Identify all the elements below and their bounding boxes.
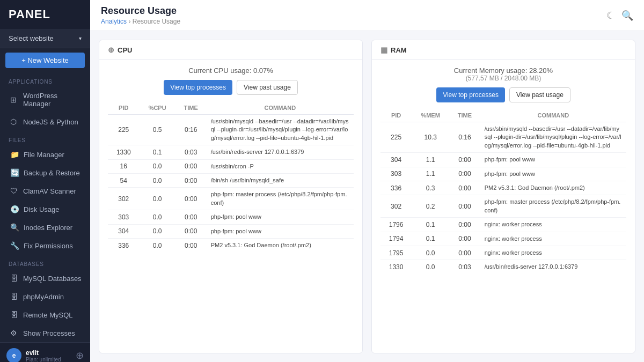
- file-manager-icon: 📁: [10, 150, 19, 159]
- table-row: 303 1.1 0:00 php-fpm: pool www: [380, 167, 626, 181]
- disk-usage-label: Disk Usage: [24, 205, 59, 213]
- clamav-scanner-icon: 🛡: [10, 187, 19, 195]
- cpu-process-table: PID %CPU TIME COMMAND 225 0.5 0:16 /usr/…: [108, 101, 354, 252]
- sidebar-sections: Applications⊞WordPress Manager⬡NodeJS & …: [0, 72, 90, 342]
- chevron-down-icon: ▾: [79, 35, 82, 41]
- select-website-dropdown[interactable]: Select website ▾: [0, 29, 90, 48]
- ram-table-body: 225 10.3 0:16 /usr/sbin/mysqld --basedir…: [380, 122, 626, 274]
- pct-cell: 0.1: [412, 218, 449, 232]
- time-cell: 0:00: [449, 153, 480, 167]
- command-cell: php-fpm: pool www: [207, 224, 354, 238]
- cpu-btn-group: View top processes View past usage: [108, 80, 354, 95]
- command-cell: /usr/sbin/mysqld --basedir=/usr --datadi…: [480, 122, 626, 153]
- command-cell: /usr/bin/redis-server 127.0.0.1:6379: [207, 145, 354, 159]
- cpu-table-header-row: PID %CPU TIME COMMAND: [108, 101, 354, 115]
- sidebar-item-inodes-explorer[interactable]: 🔍Inodes Explorer: [0, 218, 90, 237]
- command-cell: nginx: worker process: [480, 232, 626, 246]
- inodes-explorer-label: Inodes Explorer: [24, 224, 72, 232]
- ram-process-table: PID %MEM TIME COMMAND 225 10.3 0:16 /usr…: [380, 109, 626, 274]
- table-row: 336 0.0 0:00 PM2 v5.3.1: God Daemon (/ro…: [108, 238, 354, 252]
- ram-btn-group: View top processes View past usage: [380, 87, 626, 102]
- wordpress-manager-icon: ⊞: [10, 95, 19, 104]
- ram-col-command: COMMAND: [480, 109, 626, 122]
- table-row: 225 0.5 0:16 /usr/sbin/mysqld --basedir=…: [108, 115, 354, 145]
- table-row: 303 0.0 0:00 php-fpm: pool www: [108, 210, 354, 224]
- sidebar-item-file-manager[interactable]: 📁File Manager: [0, 145, 90, 164]
- cpu-table-body: 225 0.5 0:16 /usr/sbin/mysqld --basedir=…: [108, 115, 354, 253]
- new-website-button[interactable]: + New Website: [5, 53, 85, 68]
- cpu-view-top-button[interactable]: View top processes: [164, 80, 232, 95]
- mysql-databases-label: MySQL Databases: [23, 275, 82, 283]
- breadcrumb-current: Resource Usage: [133, 18, 180, 25]
- sidebar-item-clamav-scanner[interactable]: 🛡ClamAV Scanner: [0, 182, 90, 200]
- time-cell: 0:00: [175, 173, 207, 187]
- ram-col-pct: %MEM: [412, 109, 449, 122]
- sidebar-item-remote-mysql[interactable]: 🗄Remote MySQL: [0, 306, 90, 324]
- command-cell: php-fpm: master process (/etc/php/8.2/fp…: [207, 188, 354, 210]
- sidebar-item-fix-permissions[interactable]: 🔧Fix Permissions: [0, 237, 90, 255]
- time-cell: 0:16: [449, 122, 480, 153]
- sidebar-item-wordpress-manager[interactable]: ⊞WordPress Manager: [0, 87, 90, 113]
- command-cell: PM2 v5.3.1: God Daemon (/root/.pm2): [480, 181, 626, 195]
- pid-cell: 304: [380, 153, 412, 167]
- time-cell: 0:03: [175, 145, 207, 159]
- phpmyadmin-icon: 🗄: [10, 292, 19, 301]
- pct-cell: 0.2: [412, 195, 449, 218]
- cpu-panel-body: Current CPU usage: 0.07% View top proces…: [99, 60, 362, 258]
- pid-cell: 1795: [380, 246, 412, 260]
- remote-mysql-icon: 🗄: [10, 311, 19, 319]
- pct-cell: 0.3: [412, 181, 449, 195]
- pid-cell: 302: [380, 195, 412, 218]
- command-cell: nginx: worker process: [480, 246, 626, 260]
- remote-mysql-label: Remote MySQL: [23, 311, 72, 319]
- command-cell: php-fpm: pool www: [480, 153, 626, 167]
- cpu-usage-label: Current CPU usage: 0.07%: [108, 67, 354, 75]
- sidebar-item-backup-restore[interactable]: 🔄Backup & Restore: [0, 164, 90, 182]
- topbar-left: Resource Usage Analytics › Resource Usag…: [101, 5, 180, 25]
- cpu-view-past-button[interactable]: View past usage: [237, 80, 298, 95]
- cpu-icon: ⊕: [108, 46, 114, 54]
- command-cell: /usr/sbin/cron -P: [207, 159, 354, 173]
- cpu-col-time: TIME: [175, 101, 207, 115]
- add-user-button[interactable]: ⊕: [76, 350, 84, 361]
- ram-view-top-button[interactable]: View top processes: [436, 87, 505, 102]
- sidebar-section-label: Files: [0, 131, 90, 145]
- breadcrumb-separator: ›: [128, 18, 132, 25]
- pct-cell: 0.0: [412, 246, 449, 260]
- disk-usage-icon: 💿: [10, 205, 19, 213]
- sidebar-item-show-processes[interactable]: ⚙Show Processes: [0, 324, 90, 342]
- sidebar-item-disk-usage[interactable]: 💿Disk Usage: [0, 200, 90, 218]
- table-row: 304 0.0 0:00 php-fpm: pool www: [108, 224, 354, 238]
- time-cell: 0:00: [449, 232, 480, 246]
- nodejs-python-label: NodeJS & Python: [23, 118, 78, 126]
- search-icon[interactable]: 🔍: [621, 10, 633, 21]
- pct-cell: 1.1: [412, 167, 449, 181]
- pid-cell: 1794: [380, 232, 412, 246]
- topbar: Resource Usage Analytics › Resource Usag…: [90, 0, 644, 31]
- sidebar-item-phpmyadmin[interactable]: 🗄phpMyAdmin: [0, 287, 90, 306]
- breadcrumb-parent[interactable]: Analytics: [101, 18, 127, 25]
- table-row: 1330 0.1 0:03 /usr/bin/redis-server 127.…: [108, 145, 354, 159]
- fix-permissions-icon: 🔧: [10, 241, 19, 250]
- pct-cell: 0.0: [140, 238, 175, 252]
- table-row: 1796 0.1 0:00 nginx: worker process: [380, 218, 626, 232]
- mysql-databases-icon: 🗄: [10, 274, 19, 283]
- main-content: Resource Usage Analytics › Resource Usag…: [90, 0, 644, 362]
- table-row: 302 0.2 0:00 php-fpm: master process (/e…: [380, 195, 626, 218]
- sidebar-item-mysql-databases[interactable]: 🗄MySQL Databases: [0, 269, 90, 287]
- sidebar-item-nodejs-python[interactable]: ⬡NodeJS & Python: [0, 113, 90, 131]
- ram-view-past-button[interactable]: View past usage: [509, 87, 570, 102]
- ram-usage-summary: Current Memory usage: 28.20% (577.57 MB …: [380, 67, 626, 82]
- cpu-table-head: PID %CPU TIME COMMAND: [108, 101, 354, 115]
- dark-mode-icon[interactable]: ☾: [606, 10, 615, 21]
- pid-cell: 302: [108, 188, 140, 210]
- time-cell: 0:00: [175, 224, 207, 238]
- pid-cell: 303: [380, 167, 412, 181]
- pct-cell: 0.0: [140, 210, 175, 224]
- pid-cell: 225: [380, 122, 412, 153]
- pid-cell: 1796: [380, 218, 412, 232]
- ram-label: RAM: [391, 46, 407, 54]
- pct-cell: 0.1: [412, 232, 449, 246]
- sidebar-footer: e evlit Plan: unlimited ⊕: [0, 342, 90, 362]
- phpmyadmin-label: phpMyAdmin: [23, 293, 64, 301]
